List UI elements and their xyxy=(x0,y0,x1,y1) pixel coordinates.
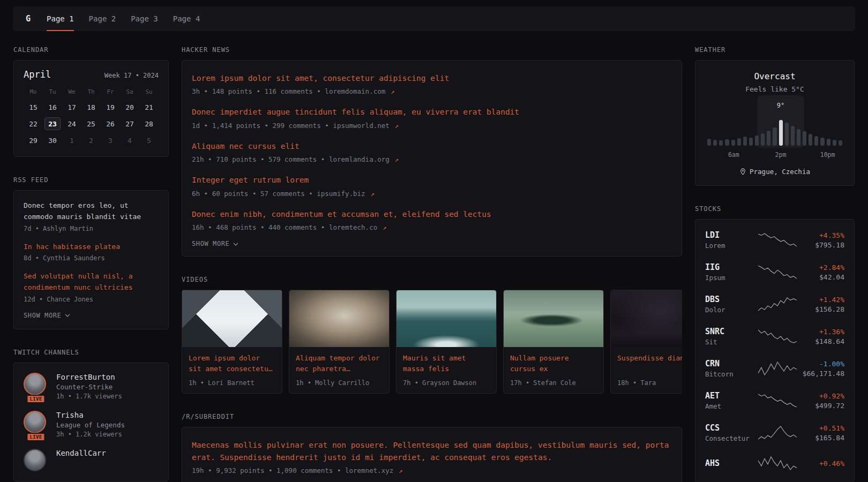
hn-item-title[interactable]: Aliquam nec cursus elit xyxy=(192,140,672,152)
video-card[interactable]: Suspendisse diam18h • Tara xyxy=(610,290,682,394)
location-pin-icon xyxy=(739,168,746,175)
weather-bar xyxy=(773,127,776,146)
channel-info: TrishaLeague of Legends3h • 1.2k viewers xyxy=(56,411,125,438)
stock-row[interactable]: AHS+0.46% xyxy=(704,449,845,478)
item-domain-link[interactable]: ipsumworld.net ↗ xyxy=(333,122,398,130)
stock-spark-wrap xyxy=(754,425,800,441)
calendar-day-name: Fr xyxy=(101,87,120,97)
video-body: Lorem ipsum dolor sit amet consectetu…1h… xyxy=(182,347,282,393)
video-title[interactable]: Suspendisse diam xyxy=(617,353,682,375)
item-domain-link[interactable]: loremlandia.org ↗ xyxy=(329,155,399,163)
rss-item-title[interactable]: Sed volutpat nulla nisl, a condimentum n… xyxy=(24,271,159,293)
hn-item-title[interactable]: Integer eget rutrum lorem xyxy=(192,174,672,186)
rss-item-title[interactable]: In hac habitasse platea xyxy=(24,242,159,253)
stock-sparkline xyxy=(758,425,797,441)
stock-row[interactable]: LDILorem+4.35%$795.18 xyxy=(704,224,845,256)
calendar-cell: 2 xyxy=(81,134,101,147)
rss-item-title[interactable]: Donec tempor eros leo, ut commodo mauris… xyxy=(24,200,159,223)
video-thumbnail[interactable] xyxy=(289,290,389,347)
stock-spark-wrap xyxy=(754,232,800,248)
stock-row[interactable]: AETAmet+0.92%$499.72 xyxy=(704,385,845,417)
stock-ticker: CCS xyxy=(705,423,754,433)
subreddit-post: Maecenas mollis pulvinar erat non posuer… xyxy=(192,439,672,475)
twitch-channel-row[interactable]: LIVEForrestBurtonCounter-Strike1h • 1.7k… xyxy=(24,373,159,400)
video-card[interactable]: Mauris sit amet massa felis7h • Grayson … xyxy=(396,290,497,394)
stock-right: -1.00%$66,171.48 xyxy=(800,360,844,378)
rss-item: Donec tempor eros leo, ut commodo mauris… xyxy=(24,200,159,232)
stock-ticker: DBS xyxy=(705,295,754,304)
weather-bar xyxy=(827,139,830,146)
video-title[interactable]: Nullam posuere cursus ex xyxy=(510,353,597,375)
item-meta: 1d • 1,414 points • 299 comments • ipsum… xyxy=(192,122,672,130)
item-meta-text: 6h • 60 points • 57 comments • xyxy=(192,190,317,198)
weather-bar xyxy=(713,140,717,146)
stock-row[interactable]: CCSConsectetur+0.51%$165.84 xyxy=(704,417,845,449)
weather-bar xyxy=(785,123,789,146)
stock-price: $156.28 xyxy=(800,305,844,313)
stock-right: +1.42%$156.28 xyxy=(800,296,844,313)
item-meta-text: 8d • Cynthia Saunders xyxy=(24,254,105,262)
calendar-cell: 29 xyxy=(24,134,43,147)
video-thumbnail[interactable] xyxy=(396,290,496,347)
calendar-day: 5 xyxy=(141,134,157,147)
weather-bar xyxy=(725,139,729,146)
hacker-news-item: Lorem ipsum dolor sit amet, consectetur … xyxy=(192,72,672,95)
rss-show-more-button[interactable]: SHOW MORE xyxy=(24,312,159,319)
widget-rss: RSS FEED Donec tempor eros leo, ut commo… xyxy=(13,176,169,329)
avatar-wrap: LIVE xyxy=(24,373,48,400)
calendar-day-name: Tu xyxy=(43,87,62,97)
widget-weather: WEATHER Overcast Feels like 5°C 9° 6am2p… xyxy=(695,46,855,186)
item-domain-link[interactable]: loremtech.co ↗ xyxy=(329,223,386,231)
item-domain-link[interactable]: loremdomain.com ↗ xyxy=(325,87,394,95)
twitch-channel-row[interactable]: KendallCarr xyxy=(24,449,159,471)
video-title[interactable]: Mauris sit amet massa felis xyxy=(403,353,490,375)
twitch-channel-row[interactable]: LIVETrishaLeague of Legends3h • 1.2k vie… xyxy=(24,411,159,438)
item-meta: 3h • 148 points • 116 comments • loremdo… xyxy=(192,87,672,95)
stock-name: Consectetur xyxy=(705,434,754,442)
hn-show-more-button[interactable]: SHOW MORE xyxy=(192,240,672,247)
stock-row[interactable]: DBSDolor+1.42%$156.28 xyxy=(704,288,845,320)
calendar-cell: 21 xyxy=(139,101,159,114)
channel-name: ForrestBurton xyxy=(56,373,122,381)
calendar-day: 24 xyxy=(64,117,80,130)
video-card[interactable]: Nullam posuere cursus ex17h • Stefan Col… xyxy=(503,290,604,394)
stock-row[interactable]: CRNBitcorn-1.00%$66,171.48 xyxy=(704,352,845,385)
video-thumbnail[interactable] xyxy=(504,290,603,347)
external-link-icon: ↗ xyxy=(386,87,394,95)
video-title[interactable]: Aliquam tempor dolor nec pharetra… xyxy=(296,353,383,375)
weather-bar xyxy=(820,138,824,146)
weather-bar xyxy=(755,135,759,146)
weather-card: Overcast Feels like 5°C 9° 6am2pm10pm Pr… xyxy=(695,60,855,186)
hn-item-title[interactable]: Donec imperdiet augue tincidunt felis al… xyxy=(192,106,672,118)
hn-item-title[interactable]: Donec enim nibh, condimentum et accumsan… xyxy=(192,208,672,220)
chevron-down-icon xyxy=(65,314,70,317)
tab-page-1[interactable]: Page 1 xyxy=(47,6,74,31)
stock-row[interactable]: SNRCSit+1.36%$148.64 xyxy=(704,320,845,352)
video-thumbnail[interactable] xyxy=(182,290,282,347)
video-title[interactable]: Lorem ipsum dolor sit amet consectetu… xyxy=(189,353,275,375)
video-thumbnail[interactable] xyxy=(611,290,682,347)
hn-item-title[interactable]: Lorem ipsum dolor sit amet, consectetur … xyxy=(192,72,672,84)
tab-page-4[interactable]: Page 4 xyxy=(173,6,200,31)
tab-page-2[interactable]: Page 2 xyxy=(89,6,116,31)
calendar-day-name: Sa xyxy=(120,87,139,97)
tab-page-3[interactable]: Page 3 xyxy=(131,6,158,31)
stock-left: IIGIpsum xyxy=(705,262,754,282)
calendar-day: 28 xyxy=(141,117,157,130)
video-card[interactable]: Lorem ipsum dolor sit amet consectetu…1h… xyxy=(182,290,282,394)
item-domain-link[interactable]: ipsumify.biz ↗ xyxy=(317,190,374,198)
stock-row[interactable]: IIGIpsum+2.84%$42.04 xyxy=(704,256,845,288)
item-meta: 8d • Cynthia Saunders xyxy=(24,254,159,262)
stock-name: Ipsum xyxy=(705,274,754,282)
calendar-cell: 1 xyxy=(62,134,81,147)
weather-location-row: Prague, Czechia xyxy=(705,168,844,176)
subreddit-post-title[interactable]: Maecenas mollis pulvinar erat non posuer… xyxy=(192,439,672,463)
hacker-news-item: Donec imperdiet augue tincidunt felis al… xyxy=(192,106,672,129)
item-domain-link[interactable]: loremnet.xyz ↗ xyxy=(345,466,402,475)
stock-name: Bitcorn xyxy=(705,370,754,378)
item-meta-text: 3h • 148 points • 116 comments • xyxy=(192,87,325,95)
channel-meta: 3h • 1.2k viewers xyxy=(56,431,125,438)
calendar-cell: 17 xyxy=(62,101,81,114)
video-card[interactable]: Aliquam tempor dolor nec pharetra…1h • M… xyxy=(289,290,390,394)
channel-name: Trisha xyxy=(56,411,125,419)
